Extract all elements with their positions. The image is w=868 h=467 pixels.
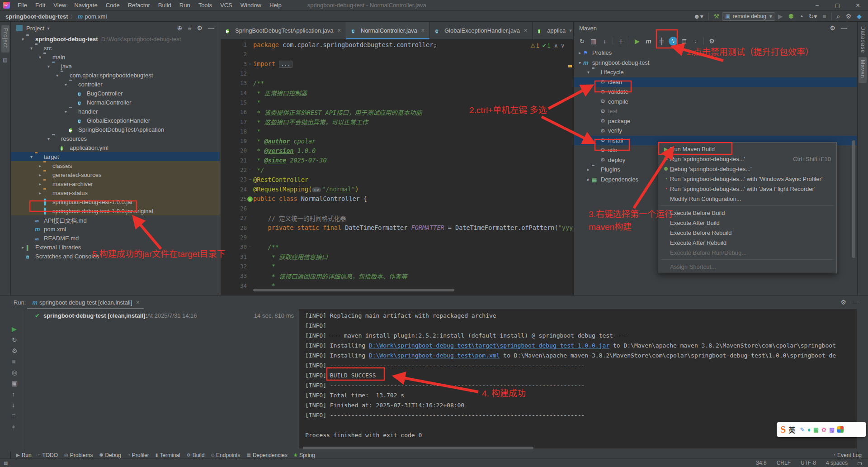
take-snapshot-icon[interactable]: ▣ — [12, 380, 18, 387]
tree-item-generated-sources[interactable]: ▸generated-sources — [11, 170, 220, 179]
toolwindow-build[interactable]: ⚙Build — [187, 452, 205, 458]
soft-wrap-icon[interactable]: ≡ — [12, 412, 15, 419]
editor-horizontal-scrollbar[interactable] — [253, 289, 454, 291]
event-log-button[interactable]: ◔ Event Log — [833, 452, 862, 458]
collapse-all-icon[interactable]: ≡ — [188, 24, 191, 32]
coverage-button[interactable]: ↻▾ — [809, 13, 817, 20]
ime-skin-icon[interactable]: ▩ — [829, 426, 835, 433]
ime-emoji-icon[interactable]: ✿ — [821, 426, 826, 433]
tree-item-springboot-debug-test-1.0.0.jar[interactable]: springboot-debug-test-1.0.0.jar — [11, 197, 220, 206]
tree-item-BugController[interactable]: CBugController — [11, 89, 220, 98]
fold-marker-icon[interactable]: − — [247, 177, 253, 182]
stripe-tab-project[interactable]: Project — [1, 25, 9, 52]
refresh-icon[interactable]: ↻ — [576, 38, 588, 45]
download-icon[interactable]: ↓ — [599, 38, 610, 45]
editor-tab-GlobalExceptionHandler.java[interactable]: CGlobalExceptionHandler.java✕ — [430, 22, 533, 39]
toolwindow-endpoints[interactable]: ◇Endpoints — [211, 452, 240, 458]
menu-edit[interactable]: Edit — [31, 0, 49, 11]
chevron-down-icon[interactable]: ▾ — [47, 26, 49, 31]
tree-item-springboot-debug-test-1.0.0.jar.original[interactable]: springboot-debug-test-1.0.0.jar.original — [11, 206, 220, 215]
collapse-all-icon[interactable]: ÷ — [690, 38, 701, 45]
ime-mic-icon[interactable]: ♦ — [807, 426, 811, 433]
tree-chevron-icon[interactable]: ▾ — [29, 154, 34, 159]
console-file-link[interactable]: D:\Work\springboot-debug-test\pom.xml — [369, 352, 500, 359]
toolwindow-problems[interactable]: ◎Problems — [64, 452, 93, 458]
hide-panel-icon[interactable]: — — [841, 24, 847, 32]
code-editor[interactable]: 1package com.cpolar.springbootdebugtest.… — [221, 40, 573, 291]
tab-close-icon[interactable]: ✕ — [337, 28, 341, 33]
maven-item-Profiles[interactable]: ▸⚑Profiles — [574, 48, 857, 58]
tree-item-Scratches and Consoles[interactable]: ⏱Scratches and Consoles — [11, 252, 220, 261]
menu-item-modify-run-configuration---[interactable]: Modify Run Configuration... — [658, 194, 836, 204]
toolwindow-dependencies[interactable]: ▦Dependencies — [246, 452, 287, 458]
tab-dropdown-icon[interactable]: ▾ — [569, 28, 572, 33]
tree-chevron-icon[interactable]: ▸ — [38, 181, 42, 186]
rerun-icon[interactable]: ▶ — [12, 325, 17, 333]
tree-item-resources[interactable]: ▾resources — [11, 134, 220, 143]
tree-item-maven-status[interactable]: ▸maven-status — [11, 188, 220, 197]
tree-item-application.yml[interactable]: sapplication.yml — [11, 143, 220, 152]
run-tab-close-icon[interactable]: ✕ — [136, 300, 140, 305]
run-tree-item[interactable]: springboot-debug-test [clean,install]: — [43, 312, 147, 319]
tree-item-controller[interactable]: ▾controller — [11, 80, 220, 89]
editor-tab-NormalController.java[interactable]: CNormalController.java✕ — [346, 22, 430, 39]
menu-tools[interactable]: Tools — [194, 0, 216, 11]
menu-window[interactable]: Window — [236, 0, 265, 11]
menu-help[interactable]: Help — [265, 0, 286, 11]
user-icon[interactable]: ☻▾ — [693, 13, 703, 20]
tree-item-pom.xml[interactable]: mpom.xml — [11, 224, 220, 234]
status-grid-icon[interactable]: ▦ — [4, 461, 8, 466]
menu-item-execute-after-rebuild[interactable]: Execute After Rebuild — [658, 238, 836, 248]
stripe-tab-database[interactable]: Database — [860, 26, 866, 53]
maven-item-Lifecycle[interactable]: ▾Lifecycle — [574, 67, 857, 77]
toolwindow-profiler[interactable]: ◔Profiler — [127, 452, 149, 458]
tree-chevron-icon[interactable]: ▾ — [586, 70, 591, 75]
maven-item-springboot-debug-test[interactable]: ▾mspringboot-debug-test — [574, 58, 857, 68]
bookmark-icon[interactable]: ▤ — [3, 57, 7, 63]
tree-item-maven-archiver[interactable]: ▸maven-archiver — [11, 179, 220, 188]
tree-chevron-icon[interactable]: ▾ — [46, 136, 51, 141]
maven-settings-wrench-icon[interactable]: ⚙ — [706, 38, 717, 45]
maven-item-validate[interactable]: ⚙validate — [574, 87, 857, 97]
tree-chevron-icon[interactable]: ▾ — [46, 64, 51, 69]
menu-code[interactable]: Code — [102, 0, 124, 11]
run-settings-wrench-icon[interactable]: ⚙ — [12, 347, 18, 354]
close-button[interactable]: ✕ — [848, 0, 868, 11]
tree-item-External Libraries[interactable]: ▸|||External Libraries — [11, 243, 220, 252]
tree-chevron-icon[interactable]: ▸ — [38, 172, 42, 177]
tree-chevron-icon[interactable]: ▾ — [63, 109, 68, 114]
hide-panel-icon[interactable]: — — [852, 299, 858, 306]
tree-item-main[interactable]: ▾main — [11, 52, 220, 62]
toolwindow-todo[interactable]: ≡TODO — [38, 452, 58, 458]
run-button[interactable]: ▶ — [778, 13, 783, 20]
fold-marker-icon[interactable]: − — [247, 244, 253, 249]
stripe-tab-maven[interactable]: Maven — [859, 57, 867, 83]
breadcrumb-project[interactable]: springboot-debug-test — [5, 13, 68, 20]
maven-item-compile[interactable]: ⚙compile — [574, 97, 857, 107]
tree-chevron-icon[interactable]: ▾ — [55, 73, 60, 78]
caret-position[interactable]: 34:8 — [756, 460, 766, 466]
run-tab-label[interactable]: springboot-debug-test [clean,install] — [39, 299, 132, 306]
fold-marker-icon[interactable]: − — [247, 81, 253, 86]
locate-icon[interactable]: ⊕ — [177, 24, 183, 32]
ime-language[interactable]: 英 — [788, 425, 795, 434]
ime-toolbox-icon[interactable] — [837, 426, 844, 433]
menu-vcs[interactable]: VCS — [216, 0, 236, 11]
menu-item-execute-before-rebuild[interactable]: Execute Before Rebuild — [658, 228, 836, 238]
editor-tab-applica[interactable]: sapplica▾ — [533, 22, 577, 39]
menu-navigate[interactable]: Navigate — [70, 0, 101, 11]
toolwindow-terminal[interactable]: ▮Terminal — [156, 452, 180, 458]
tree-chevron-icon[interactable]: ▸ — [586, 167, 591, 172]
editor-tab-SpringBootDebugTestApplication.java[interactable]: ▶SpringBootDebugTestApplication.java✕ — [221, 22, 346, 39]
menu-build[interactable]: Build — [154, 0, 175, 11]
maven-scrollbar[interactable] — [852, 140, 855, 258]
fold-marker-icon[interactable]: − — [247, 167, 253, 172]
skip-tests-toggle[interactable]: ϟ — [667, 37, 679, 46]
toolwindow-debug[interactable]: ⚉Debug — [99, 452, 121, 458]
menu-view[interactable]: View — [49, 0, 70, 11]
up-stack-icon[interactable]: ↑ — [12, 391, 15, 398]
tree-item-README.md[interactable]: MDREADME.md — [11, 234, 220, 243]
tree-item-com.cpolar.springbootdebugtest[interactable]: ▾com.cpolar.springbootdebugtest — [11, 71, 220, 80]
tree-chevron-icon[interactable]: ▸ — [38, 163, 42, 168]
minimize-button[interactable]: – — [807, 0, 827, 11]
